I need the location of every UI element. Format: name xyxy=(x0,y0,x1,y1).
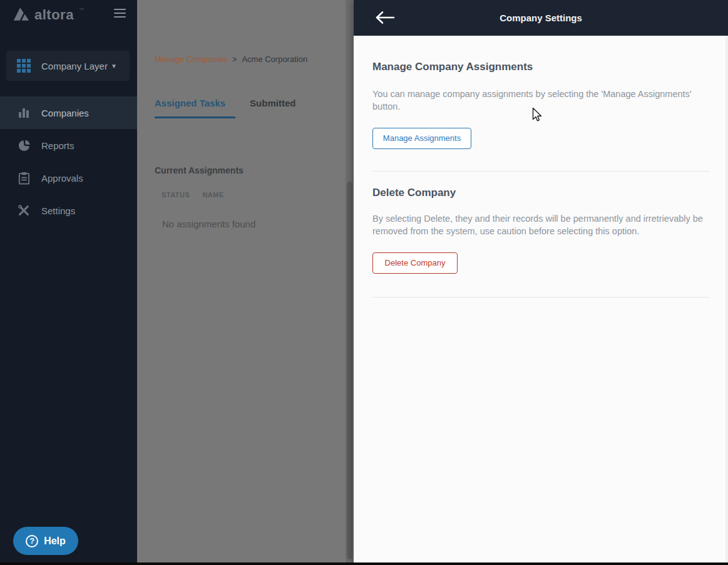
manage-assignments-description: You can manage company assignments by se… xyxy=(372,88,709,113)
bottom-edge-bar xyxy=(0,562,728,565)
main-content-dimmed: Manage Companies > Acme Corporation Assi… xyxy=(137,0,354,565)
sidebar-item-label: Approvals xyxy=(41,173,83,184)
column-header-name: NAME xyxy=(202,191,223,199)
sidebar-item-reports[interactable]: Reports xyxy=(0,129,137,162)
breadcrumb-link-manage-companies[interactable]: Manage Companies xyxy=(155,54,227,64)
sidebar-item-label: Settings xyxy=(41,205,75,216)
pie-chart-icon xyxy=(16,138,31,153)
app-window: altora ™ Company Layer ▼ xyxy=(0,0,728,565)
delete-company-description: By selecting Delete, they and their reco… xyxy=(372,212,709,237)
sidebar-item-label: Companies xyxy=(41,108,89,118)
sidebar-logo-row: altora ™ xyxy=(0,0,137,33)
clipboard-icon xyxy=(16,170,31,185)
question-circle-icon: ? xyxy=(26,535,38,547)
tab-bar: Assigned Tasks Submitted xyxy=(155,98,295,118)
panel-title: Company Settings xyxy=(354,13,728,23)
delete-company-heading: Delete Company xyxy=(372,187,709,199)
column-header-status: STATUS xyxy=(161,191,190,199)
section-divider xyxy=(372,171,709,172)
sidebar-item-companies[interactable]: Companies xyxy=(0,96,137,129)
current-assignments-title: Current Assignments xyxy=(155,165,244,175)
sidebar: altora ™ Company Layer ▼ xyxy=(0,0,137,565)
tab-submitted[interactable]: Submitted xyxy=(250,98,295,118)
breadcrumb: Manage Companies > Acme Corporation xyxy=(155,54,307,64)
manage-assignments-button[interactable]: Manage Assignments xyxy=(372,128,471,149)
back-arrow-icon[interactable] xyxy=(374,9,397,26)
layer-selector-label: Company Layer xyxy=(41,61,111,71)
logo: altora ™ xyxy=(13,5,83,24)
help-button-label: Help xyxy=(44,536,66,547)
company-settings-panel: Company Settings Manage Company Assignme… xyxy=(354,0,728,565)
section-divider xyxy=(372,297,709,298)
manage-assignments-heading: Manage Company Assignments xyxy=(372,61,709,73)
panel-body: Manage Company Assignments You can manag… xyxy=(354,36,728,298)
middle-scrollbar-thumb[interactable] xyxy=(347,182,352,559)
company-layer-selector[interactable]: Company Layer ▼ xyxy=(6,51,130,81)
table-header-row: STATUS NAME xyxy=(161,191,224,199)
bar-chart-icon xyxy=(16,105,31,120)
empty-state-message: No assignments found xyxy=(162,219,255,229)
hamburger-menu-icon[interactable] xyxy=(114,9,126,19)
logo-trademark: ™ xyxy=(79,7,84,13)
logo-text: altora xyxy=(34,7,74,23)
help-button[interactable]: ? Help xyxy=(13,527,78,555)
middle-scrollbar-track[interactable] xyxy=(346,0,354,562)
delete-company-button[interactable]: Delete Company xyxy=(372,252,458,274)
sidebar-item-settings[interactable]: Settings xyxy=(0,194,137,227)
panel-scrollbar-track[interactable] xyxy=(725,36,728,565)
breadcrumb-current: Acme Corporation xyxy=(242,54,307,64)
chevron-down-icon: ▼ xyxy=(111,63,117,70)
breadcrumb-separator-icon: > xyxy=(232,55,237,64)
altora-mountain-icon xyxy=(13,5,30,24)
sidebar-nav: Companies Reports xyxy=(0,96,137,227)
sidebar-item-label: Reports xyxy=(41,140,74,151)
layer-grid-icon xyxy=(17,59,31,73)
sidebar-item-approvals[interactable]: Approvals xyxy=(0,162,137,194)
tab-assigned-tasks[interactable]: Assigned Tasks xyxy=(155,98,235,118)
panel-header: Company Settings xyxy=(354,0,728,36)
tools-icon xyxy=(16,203,31,218)
